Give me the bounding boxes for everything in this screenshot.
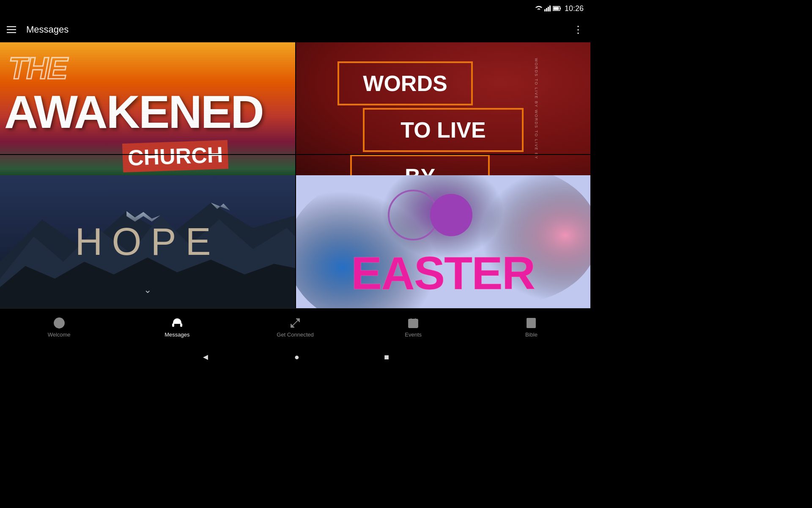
- calendar-icon: [407, 317, 419, 329]
- hamburger-menu[interactable]: [7, 26, 16, 33]
- app-bar: Messages ⋮: [0, 17, 590, 42]
- svg-rect-29: [411, 323, 412, 325]
- nav-label-events: Events: [405, 331, 422, 338]
- speech-bubble-3: BY: [350, 155, 490, 175]
- nav-label-bible: Bible: [525, 331, 538, 338]
- card-easter-circle-filled: [430, 194, 472, 236]
- card-easter-text: EASTER: [295, 246, 590, 300]
- svg-rect-3: [549, 6, 551, 11]
- battery-icon: [553, 6, 561, 11]
- nav-item-messages[interactable]: Messages: [118, 317, 236, 338]
- bottom-nav: Welcome Messages Get Connected: [0, 308, 590, 346]
- svg-rect-0: [544, 9, 546, 11]
- nav-label-messages: Messages: [165, 331, 189, 338]
- nav-item-events[interactable]: Events: [354, 317, 472, 338]
- status-bar: 10:26: [0, 0, 590, 17]
- book-icon: [525, 317, 537, 329]
- svg-rect-2: [548, 7, 549, 11]
- time-display: 10:26: [565, 4, 584, 13]
- grid-divider-vertical: [295, 42, 296, 308]
- wifi-icon: [535, 6, 543, 11]
- app-bar-title: Messages: [26, 24, 563, 35]
- card-awakened[interactable]: THE AWAKENED CHURCH: [0, 42, 295, 175]
- globe-icon: [53, 317, 65, 329]
- svg-line-24: [291, 319, 299, 327]
- card-awakened-line3: CHURCH: [122, 140, 229, 173]
- card-awakened-line1: THE: [8, 51, 67, 86]
- nav-item-get-connected[interactable]: Get Connected: [236, 317, 354, 338]
- nav-label-get-connected: Get Connected: [277, 331, 313, 338]
- recents-button[interactable]: ■: [384, 352, 389, 362]
- card-words[interactable]: WORDS TO LIVE BY WORDS TO LIVE BY WORDS …: [295, 42, 590, 175]
- speech-bubble-2: TO LIVE: [363, 108, 524, 152]
- nav-label-welcome: Welcome: [48, 331, 71, 338]
- headphones-icon: [171, 317, 183, 329]
- svg-rect-6: [560, 8, 561, 9]
- status-icons: [535, 6, 561, 11]
- speech-bubble-1: WORDS: [337, 61, 473, 105]
- svg-rect-30: [414, 323, 416, 325]
- back-button[interactable]: ◄: [201, 352, 210, 362]
- nav-item-welcome[interactable]: Welcome: [0, 317, 118, 338]
- card-hope-arrow: ⌄: [144, 284, 151, 295]
- card-awakened-line2: AWAKENED: [4, 85, 263, 138]
- more-options-icon[interactable]: ⋮: [573, 24, 584, 36]
- svg-rect-25: [409, 319, 418, 328]
- svg-rect-23: [180, 323, 182, 327]
- nav-item-bible[interactable]: Bible: [472, 317, 590, 338]
- card-hope[interactable]: HOPE ⌄: [0, 175, 295, 308]
- signal-icon: [544, 6, 551, 11]
- grid-divider-horizontal: [0, 154, 590, 155]
- arrows-icon: [289, 317, 301, 329]
- svg-rect-5: [553, 7, 559, 10]
- card-hope-text: HOPE: [75, 220, 220, 264]
- system-nav: ◄ ● ■: [0, 346, 590, 367]
- card-words-rotated-text: WORDS TO LIVE BY WORDS TO LIVE BY: [534, 58, 538, 160]
- home-button[interactable]: ●: [294, 352, 299, 362]
- svg-rect-1: [546, 8, 547, 11]
- svg-rect-22: [172, 323, 174, 327]
- card-easter[interactable]: EASTER: [295, 175, 590, 308]
